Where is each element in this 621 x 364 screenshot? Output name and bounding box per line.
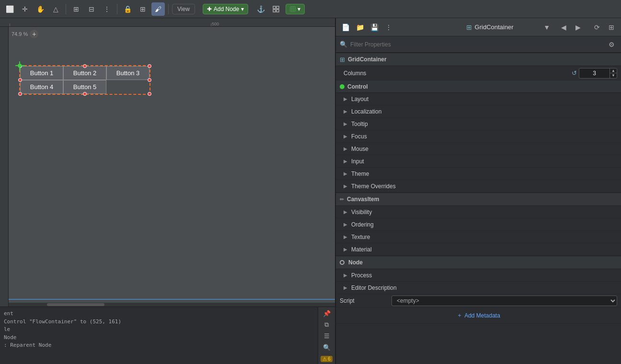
button-grid: Button 1 Button 2 Button 3 Button 4 Butt…	[20, 66, 150, 94]
handle-top-middle[interactable]	[83, 64, 87, 68]
prop-localization[interactable]: ▶ Localization	[336, 105, 621, 118]
toolbar-btn-hand[interactable]: ✋	[34, 2, 47, 16]
section-grid-container: ⊞ GridContainer	[336, 53, 621, 66]
svg-rect-2	[273, 10, 276, 12]
zoom-add-button[interactable]: +	[30, 30, 38, 38]
zoom-label: 74.9 %	[12, 31, 28, 37]
canvas-content[interactable]: 74.9 % + Button 1 Button 2 Button 3	[0, 27, 335, 307]
prop-theme-overrides[interactable]: ▶ Theme Overrides	[336, 180, 621, 193]
handle-bottom-left[interactable]	[18, 92, 22, 96]
rp-forward-button[interactable]: ▶	[572, 22, 584, 33]
log-list-button[interactable]: ☰	[321, 331, 333, 341]
log-line-2: Control "FlowContainer" to (525, 161)	[4, 318, 314, 326]
toolbar-btn-more[interactable]: ⋮	[100, 2, 114, 16]
columns-spin-down[interactable]: ▼	[610, 73, 617, 78]
prop-process[interactable]: ▶ Process	[336, 269, 621, 282]
toolbar-btn-grid2[interactable]	[269, 2, 283, 16]
rp-expand-icon[interactable]: ▼	[543, 23, 550, 31]
grid-button-2[interactable]: Button 2	[63, 66, 106, 80]
log-copy-button[interactable]: ⧉	[321, 320, 333, 330]
prop-ordering-label: Ordering	[351, 221, 617, 228]
toolbar-btn-lock[interactable]: 🔒	[121, 2, 134, 16]
add-metadata-label: Add Metadata	[464, 312, 500, 319]
rp-title: GridContainer	[475, 23, 541, 31]
prop-texture[interactable]: ▶ Texture	[336, 231, 621, 243]
log-search-button[interactable]: 🔍	[321, 343, 333, 353]
columns-reset-button[interactable]: ↺	[569, 68, 579, 78]
section-grid-icon: ⊞	[340, 56, 345, 63]
prop-theme-overrides-label: Theme Overrides	[351, 183, 617, 190]
canvas-scrollbar-h[interactable]	[9, 303, 335, 307]
handle-bottom-right[interactable]	[148, 92, 151, 96]
ruler-tick-0	[10, 22, 211, 26]
main-area: 500 74.9 % +	[0, 18, 621, 364]
log-line-1: ent	[4, 310, 314, 318]
handle-middle-right[interactable]	[148, 78, 151, 82]
toolbar-btn-grid[interactable]: ⊟	[85, 2, 98, 16]
toolbar-btn-paint[interactable]: 🖌	[151, 2, 165, 16]
prop-ordering[interactable]: ▶ Ordering	[336, 218, 621, 231]
prop-process-chevron: ▶	[344, 273, 349, 278]
toolbar-btn-anchor[interactable]: ⊞	[69, 2, 83, 16]
grid-button-3[interactable]: Button 3	[106, 66, 150, 80]
add-metadata-button[interactable]: ＋ Add Metadata	[457, 311, 500, 319]
zoom-bar: 74.9 % +	[12, 30, 38, 38]
chevron-down-icon: ▾	[241, 6, 244, 12]
prop-editor-description-label: Editor Description	[351, 284, 617, 291]
ruler-vertical	[0, 27, 9, 307]
origin-handle[interactable]	[15, 61, 25, 71]
prop-material[interactable]: ▶ Material	[336, 243, 621, 256]
script-label: Script	[340, 297, 388, 304]
prop-tooltip[interactable]: ▶ Tooltip	[336, 118, 621, 130]
rp-back-button[interactable]: ◀	[558, 22, 569, 33]
warning-badge[interactable]: ⚠ 6	[321, 356, 333, 362]
prop-layout[interactable]: ▶ Layout	[336, 93, 621, 105]
columns-value: 3	[579, 70, 610, 77]
grid-container-widget[interactable]: Button 1 Button 2 Button 3 Button 4 Butt…	[19, 65, 150, 95]
columns-row: Columns ↺ 3 ▲ ▼	[336, 66, 621, 80]
columns-spin-up[interactable]: ▲	[610, 68, 617, 73]
section-pencil-icon: ✏	[340, 196, 344, 203]
toolbar-sep-3	[168, 4, 169, 14]
toolbar-btn-move[interactable]: ✛	[18, 2, 32, 16]
grid-button-4[interactable]: Button 4	[20, 80, 63, 94]
handle-top-right[interactable]	[148, 64, 151, 68]
rp-folder-button[interactable]: 📁	[354, 22, 366, 33]
handle-middle-left[interactable]	[18, 78, 22, 82]
prop-visibility[interactable]: ▶ Visibility	[336, 206, 621, 218]
prop-input-label: Input	[351, 158, 617, 165]
prop-editor-description[interactable]: ▶ Editor Description	[336, 282, 621, 294]
log-pin-button[interactable]: 📌	[321, 309, 333, 318]
prop-input[interactable]: ▶ Input	[336, 155, 621, 168]
toolbar-btn-snap[interactable]: ⊞	[136, 2, 150, 16]
toolbar-btn-anchor2[interactable]: ⚓	[254, 2, 267, 16]
rp-file-button[interactable]: 📄	[340, 22, 351, 33]
prop-localization-chevron: ▶	[344, 109, 349, 114]
add-node-button[interactable]: ✚ Add Node ▾	[203, 4, 248, 14]
section-node-title: Node	[348, 259, 363, 266]
rp-more-button[interactable]: ⋮	[383, 22, 394, 33]
prop-focus[interactable]: ▶ Focus	[336, 130, 621, 143]
script-select[interactable]: <empty>	[391, 296, 617, 306]
canvas-panel: 500 74.9 % +	[0, 18, 335, 364]
script-row: Script <empty>	[336, 294, 621, 307]
prop-mouse-chevron: ▶	[344, 146, 349, 151]
toolbar-btn-ruler[interactable]: △	[49, 2, 62, 16]
grid-button-1[interactable]: Button 1	[20, 66, 63, 80]
toolbar-btn-select[interactable]: ⬜	[3, 2, 16, 16]
view-button[interactable]: View	[172, 4, 195, 14]
handle-bottom-middle[interactable]	[83, 92, 87, 96]
right-panel: 📄 📁 💾 ⋮ ⊞ GridContainer ▼ ◀ ▶ ⟳ ⊞ 🔍 ⚙ ⊞	[335, 18, 621, 364]
rp-save-button[interactable]: 💾	[368, 22, 380, 33]
prop-ordering-chevron: ▶	[344, 222, 349, 227]
grid-layout-button[interactable]: ▾	[286, 4, 305, 14]
filter-input[interactable]	[350, 41, 603, 48]
log-panel: ent Control "FlowContainer" to (525, 161…	[0, 307, 335, 364]
rp-layout-button[interactable]: ⊞	[606, 22, 617, 33]
prop-mouse[interactable]: ▶ Mouse	[336, 143, 621, 155]
prop-theme[interactable]: ▶ Theme	[336, 168, 621, 180]
filter-settings-button[interactable]: ⚙	[606, 39, 617, 50]
section-canvasitem: ✏ CanvasItem	[336, 193, 621, 206]
rp-history-button[interactable]: ⟳	[591, 22, 603, 33]
prop-theme-chevron: ▶	[344, 171, 349, 176]
